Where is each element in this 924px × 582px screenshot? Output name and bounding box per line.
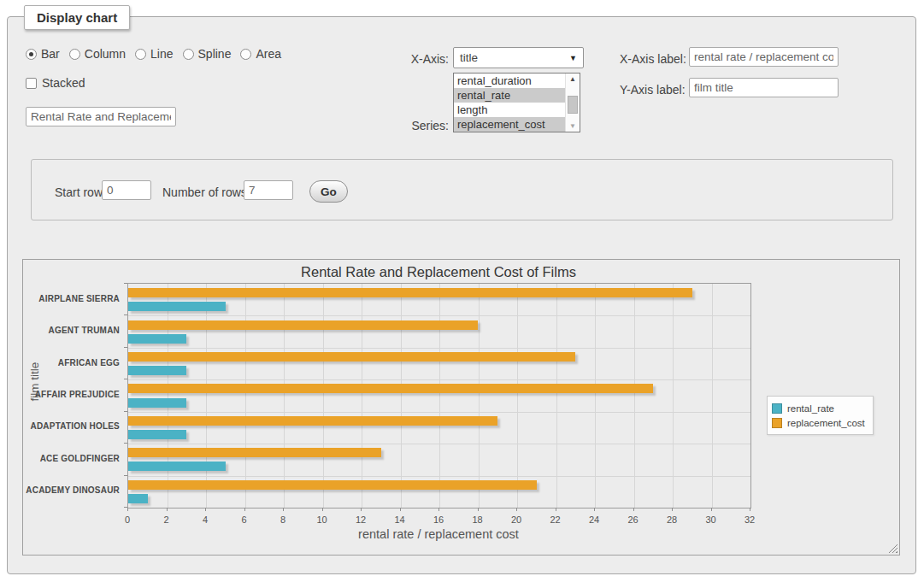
- radio-icon[interactable]: [240, 49, 251, 60]
- radio-option-label: Bar: [41, 47, 60, 61]
- bar-replacement_cost: [128, 448, 381, 457]
- radio-option-spline[interactable]: Spline: [183, 47, 232, 61]
- radio-option-bar[interactable]: Bar: [26, 47, 60, 61]
- scrollbar-thumb[interactable]: [568, 96, 578, 114]
- x-axis-select-label: X-Axis:: [380, 52, 449, 66]
- radio-icon[interactable]: [26, 49, 37, 60]
- x-tick-mark: [283, 508, 284, 511]
- y-tick-mark: [124, 283, 127, 284]
- x-tick-label: 10: [309, 514, 335, 525]
- number-of-rows-label: Number of rows:: [162, 185, 250, 199]
- stacked-checkbox-row[interactable]: Stacked: [26, 76, 85, 90]
- x-tick-mark: [516, 508, 517, 511]
- x-tick-label: 6: [232, 514, 257, 525]
- series-listbox[interactable]: rental_durationrental_ratelengthreplacem…: [453, 73, 580, 132]
- radio-icon[interactable]: [183, 49, 194, 60]
- x-axis-title: rental rate / replacement cost: [127, 527, 750, 541]
- bar-replacement_cost: [128, 480, 537, 490]
- series-option-rental_rate[interactable]: rental_rate: [454, 88, 567, 103]
- y-tick-mark: [124, 443, 127, 444]
- y-category-label: ACADEMY DINOSAUR: [23, 485, 120, 496]
- bar-rental_rate: [128, 366, 186, 375]
- x-tick-label: 24: [581, 514, 607, 525]
- radio-option-column[interactable]: Column: [69, 47, 126, 61]
- y-tick-mark: [124, 379, 127, 379]
- x-axis-label-input[interactable]: [689, 47, 839, 67]
- x-tick-mark: [478, 508, 479, 511]
- chart-panel: Rental Rate and Replacement Cost of Film…: [22, 259, 900, 556]
- gridline: [556, 284, 557, 508]
- gridline: [401, 284, 402, 508]
- x-tick-mark: [711, 508, 712, 511]
- bar-replacement_cost: [128, 416, 497, 426]
- x-tick-mark: [205, 508, 206, 511]
- bar-rental_rate: [128, 494, 148, 503]
- radio-option-line[interactable]: Line: [135, 47, 173, 61]
- x-tick-label: 16: [426, 514, 451, 525]
- x-tick-label: 18: [465, 514, 491, 525]
- start-row-input[interactable]: [102, 180, 151, 200]
- scroll-up-icon[interactable]: ▲: [566, 73, 580, 85]
- y-axis-label-caption: Y-Axis label:: [620, 83, 686, 97]
- radio-option-label: Column: [85, 47, 126, 61]
- scroll-down-icon[interactable]: ▼: [566, 121, 580, 132]
- plot-area: [127, 283, 751, 509]
- chart-type-radiogroup: BarColumnLineSplineArea: [26, 47, 281, 61]
- gridline: [284, 284, 285, 508]
- x-axis-select-value: title: [460, 51, 478, 64]
- gridline: [673, 284, 674, 508]
- series-option-length[interactable]: length: [454, 103, 567, 117]
- bar-rental_rate: [128, 398, 186, 408]
- radio-option-label: Area: [256, 47, 281, 61]
- y-tick-mark: [124, 475, 127, 476]
- x-tick-label: 14: [387, 514, 413, 525]
- series-listbox-scrollbar[interactable]: ▲ ▼: [565, 73, 580, 132]
- x-axis-select[interactable]: title ▼: [453, 47, 584, 68]
- x-tick-label: 20: [503, 514, 529, 525]
- legend-swatch-icon: [772, 418, 782, 428]
- x-tick-label: 22: [543, 514, 568, 525]
- legend-item-rental_rate: rental_rate: [772, 401, 865, 415]
- gridline: [128, 476, 750, 477]
- x-tick-label: 12: [348, 514, 374, 525]
- radio-icon[interactable]: [69, 49, 80, 60]
- x-tick-mark: [438, 508, 439, 511]
- bar-rental_rate: [128, 430, 186, 439]
- gridline: [245, 284, 246, 508]
- resize-handle-icon[interactable]: [888, 544, 898, 553]
- gridline: [479, 284, 480, 508]
- bar-replacement_cost: [128, 288, 692, 297]
- x-tick-mark: [322, 508, 323, 511]
- rows-groupbox: [31, 159, 893, 220]
- series-option-rental_duration[interactable]: rental_duration: [454, 73, 567, 88]
- start-row-label: Start row:: [55, 185, 106, 199]
- stacked-checkbox[interactable]: [26, 78, 37, 89]
- radio-dot: [29, 52, 33, 56]
- series-option-replacement_cost[interactable]: replacement_cost: [454, 117, 567, 132]
- number-of-rows-input[interactable]: [244, 180, 293, 200]
- gridline: [712, 284, 713, 508]
- y-tick-mark: [124, 507, 127, 508]
- y-tick-mark: [124, 347, 127, 348]
- bar-rental_rate: [128, 334, 186, 344]
- x-tick-mark: [244, 508, 245, 511]
- stacked-label: Stacked: [42, 76, 85, 90]
- y-axis-label-input[interactable]: [689, 78, 839, 97]
- series-options: rental_durationrental_ratelengthreplacem…: [454, 73, 580, 132]
- gridline: [128, 412, 750, 413]
- radio-option-area[interactable]: Area: [240, 47, 281, 61]
- bar-rental_rate: [128, 461, 226, 471]
- radio-icon[interactable]: [135, 49, 146, 60]
- gridline: [439, 284, 440, 508]
- bar-replacement_cost: [128, 320, 478, 330]
- series-label: Series:: [380, 119, 449, 132]
- gridline: [168, 284, 168, 508]
- go-button[interactable]: Go: [309, 180, 348, 203]
- x-tick-label: 28: [659, 514, 685, 525]
- chart-title-input[interactable]: [26, 107, 176, 126]
- x-tick-label: 30: [698, 514, 724, 525]
- gridline: [595, 284, 596, 508]
- gridline: [128, 379, 750, 380]
- x-tick-mark: [127, 508, 128, 511]
- x-tick-mark: [594, 508, 595, 511]
